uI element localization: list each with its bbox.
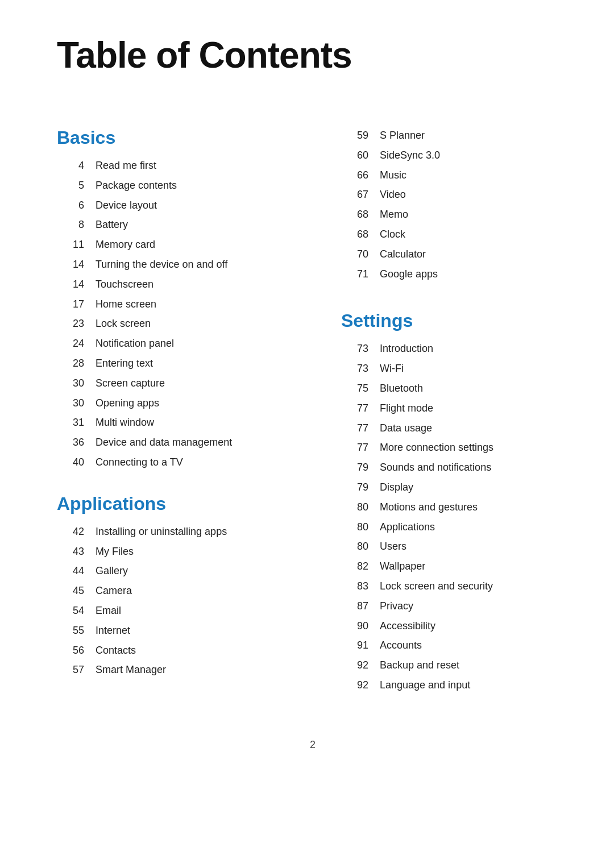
page-num: 77 [341, 420, 368, 437]
list-item: 87Privacy [341, 598, 569, 614]
list-item: 92Language and input [341, 677, 569, 693]
section-settings-title: Settings [341, 310, 569, 331]
entry-text: Wi-Fi [380, 360, 404, 377]
list-item: 68Clock [341, 226, 569, 243]
page-num: 42 [57, 524, 84, 540]
entry-text: Turning the device on and off [96, 256, 227, 273]
page-num: 67 [341, 186, 368, 203]
list-item: 92Backup and reset [341, 657, 569, 674]
list-item: 24Notification panel [57, 335, 284, 352]
list-item: 11Memory card [57, 236, 284, 253]
entry-text: Wallpaper [380, 558, 425, 575]
entry-text: Battery [96, 217, 128, 233]
list-item: 73Introduction [341, 340, 569, 357]
list-item: 31Multi window [57, 414, 284, 431]
list-item: 5Package contents [57, 177, 284, 194]
list-item: 44Gallery [57, 563, 284, 579]
page-num: 14 [57, 276, 84, 293]
list-item: 6Device layout [57, 197, 284, 214]
list-item: 68Memo [341, 206, 569, 223]
page-num: 70 [341, 246, 368, 263]
entry-text: Accounts [380, 637, 422, 654]
left-column: Basics 4Read me first5Package contents6D… [57, 122, 296, 716]
page-num: 91 [341, 637, 368, 654]
list-item: 83Lock screen and security [341, 578, 569, 595]
list-item: 90Accessibility [341, 618, 569, 634]
list-item: 4Read me first [57, 157, 284, 174]
entry-text: Users [380, 538, 406, 555]
entry-text: Applications [380, 519, 435, 535]
list-item: 60SideSync 3.0 [341, 147, 569, 164]
section-applications-title: Applications [57, 493, 284, 514]
entry-text: Device and data management [96, 434, 232, 451]
page-num: 8 [57, 217, 84, 233]
entry-text: Google apps [380, 266, 438, 283]
list-item: 54Email [57, 603, 284, 619]
page-num: 68 [341, 226, 368, 243]
entry-text: Smart Manager [96, 662, 166, 678]
page-num: 66 [341, 167, 368, 184]
list-item: 14Touchscreen [57, 276, 284, 293]
entry-text: Motions and gestures [380, 499, 478, 516]
page-num: 30 [57, 395, 84, 412]
page-num: 80 [341, 519, 368, 535]
page-num: 79 [341, 459, 368, 476]
entry-text: Touchscreen [96, 276, 154, 293]
page-num: 92 [341, 657, 368, 674]
page-num: 31 [57, 414, 84, 431]
page-num: 17 [57, 296, 84, 313]
entry-text: Lock screen and security [380, 578, 493, 595]
entry-text: Contacts [96, 642, 136, 659]
applications-list: 42Installing or uninstalling apps43My Fi… [57, 524, 284, 678]
entry-text: My Files [96, 543, 134, 560]
page-num: 73 [341, 340, 368, 357]
page-num: 79 [341, 479, 368, 496]
page-num: 36 [57, 434, 84, 451]
right-column: 59S Planner60SideSync 3.066Music67Video6… [330, 122, 569, 716]
page-num: 77 [341, 439, 368, 456]
entry-text: Read me first [96, 157, 156, 174]
list-item: 57Smart Manager [57, 662, 284, 678]
page-num: 71 [341, 266, 368, 283]
entry-text: Display [380, 479, 413, 496]
page-num: 24 [57, 335, 84, 352]
page-num: 75 [341, 380, 368, 397]
entry-text: Bluetooth [380, 380, 423, 397]
list-item: 79Display [341, 479, 569, 496]
list-item: 14Turning the device on and off [57, 256, 284, 273]
page-num: 11 [57, 236, 84, 253]
list-item: 28Entering text [57, 355, 284, 372]
entry-text: Calculator [380, 246, 426, 263]
entry-text: Accessibility [380, 618, 435, 634]
entry-text: Screen capture [96, 375, 165, 392]
entry-text: S Planner [380, 127, 425, 144]
entry-text: Lock screen [96, 315, 151, 332]
page-num: 57 [57, 662, 84, 678]
entry-text: More connection settings [380, 439, 493, 456]
list-item: 59S Planner [341, 127, 569, 144]
page-title: Table of Contents [57, 34, 569, 76]
list-item: 80Users [341, 538, 569, 555]
page-num: 77 [341, 400, 368, 417]
list-item: 77Flight mode [341, 400, 569, 417]
page-num: 60 [341, 147, 368, 164]
page-num: 82 [341, 558, 368, 575]
page-num: 6 [57, 197, 84, 214]
list-item: 77Data usage [341, 420, 569, 437]
entry-text: Multi window [96, 414, 154, 431]
basics-list: 4Read me first5Package contents6Device l… [57, 157, 284, 471]
entry-text: Memo [380, 206, 408, 223]
list-item: 77More connection settings [341, 439, 569, 456]
page-num: 4 [57, 157, 84, 174]
list-item: 56Contacts [57, 642, 284, 659]
list-item: 43My Files [57, 543, 284, 560]
list-item: 30Screen capture [57, 375, 284, 392]
entry-text: Introduction [380, 340, 433, 357]
list-item: 82Wallpaper [341, 558, 569, 575]
entry-text: Connecting to a TV [96, 454, 183, 471]
list-item: 71Google apps [341, 266, 569, 283]
list-item: 45Camera [57, 583, 284, 599]
list-item: 8Battery [57, 217, 284, 233]
list-item: 67Video [341, 186, 569, 203]
page-num: 87 [341, 598, 368, 614]
